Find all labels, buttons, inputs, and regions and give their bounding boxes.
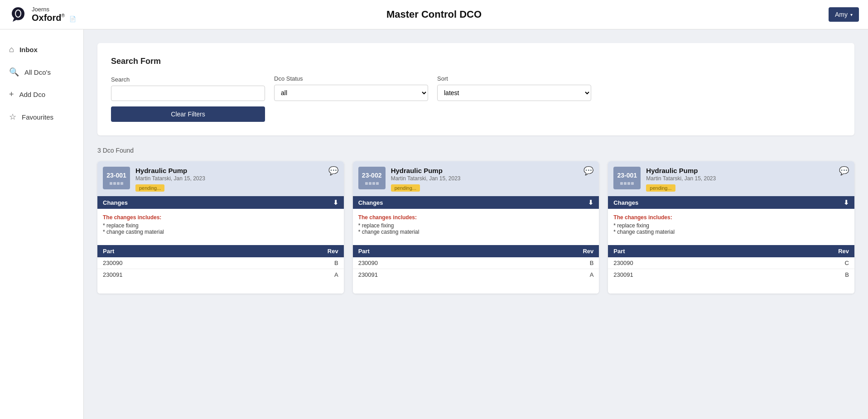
card-2-parts-header: Part Rev xyxy=(353,245,599,257)
main-content: Search Form Search Dco Status all pendin… xyxy=(84,29,868,419)
sidebar-label-all-dcos: All Dco's xyxy=(24,68,51,76)
card-1-changes-body: The changes includes: * replace fixing *… xyxy=(97,209,344,245)
card-2-change-2: * change casting material xyxy=(358,229,594,235)
sidebar-label-favourites: Favourites xyxy=(22,113,53,121)
card-2-author: Martin Tatarski, Jan 15, 2023 xyxy=(391,175,594,182)
sidebar-item-all-dcos[interactable]: 🔍 All Dco's xyxy=(0,61,83,83)
dco-card-2: 23-002 Hydraulic Pump Martin Tatarski, J… xyxy=(353,161,599,294)
star-icon: ☆ xyxy=(9,112,16,122)
card-2-change-1: * replace fixing xyxy=(358,222,594,229)
sidebar-label-add-dco: Add Dco xyxy=(19,91,46,98)
sidebar-item-inbox[interactable]: ⌂ Inbox xyxy=(0,39,83,61)
dco-number-box-1: 23-001 xyxy=(103,167,130,189)
card-2-changes-body: The changes includes: * replace fixing *… xyxy=(353,209,599,245)
table-row: 230091 A xyxy=(353,269,599,280)
user-menu-button[interactable]: Amy ▾ xyxy=(829,7,859,22)
card-3-header: 23-001 Hydraulic Pump Martin Tatarski, J… xyxy=(608,161,854,196)
user-name: Amy xyxy=(835,11,848,18)
sort-group: Sort latest oldest alphabetical xyxy=(437,75,591,101)
card-3-change-1: * replace fixing xyxy=(613,222,849,229)
card-1-parts-header: Part Rev xyxy=(97,245,344,257)
card-3-author: Martin Tatarski, Jan 15, 2023 xyxy=(646,175,849,182)
search-label: Search xyxy=(111,76,265,83)
logo: Joerns Oxford® 📄 xyxy=(9,5,76,24)
card-3-parts-body: 230090 C 230091 B xyxy=(608,257,854,294)
home-icon: ⌂ xyxy=(9,45,14,54)
card-2-changes-intro: The changes includes: xyxy=(358,214,594,221)
card-2-title: Hydraulic Pump xyxy=(391,167,594,174)
card-3-status: pending... xyxy=(646,184,675,192)
dco-status-group: Dco Status all pending approved rejected xyxy=(274,75,428,101)
dco-status-label: Dco Status xyxy=(274,75,428,82)
search-field-group: Search xyxy=(111,76,265,101)
card-2-header: 23-002 Hydraulic Pump Martin Tatarski, J… xyxy=(353,161,599,196)
search-form-title: Search Form xyxy=(111,57,841,66)
card-3-parts-header: Part Rev xyxy=(608,245,854,257)
download-icon-3[interactable]: ⬇ xyxy=(844,199,849,206)
logo-text: Joerns Oxford® 📄 xyxy=(32,6,76,23)
table-row: 230090 C xyxy=(608,257,854,269)
sidebar-item-favourites[interactable]: ☆ Favourites xyxy=(0,106,83,128)
card-1-changes-header: Changes ⬇ xyxy=(97,196,344,209)
app-header: Joerns Oxford® 📄 Master Control DCO Amy … xyxy=(0,0,868,29)
page-title: Master Control DCO xyxy=(386,9,482,20)
comment-icon-2[interactable]: 💬 xyxy=(583,166,593,176)
card-1-status: pending... xyxy=(135,184,164,192)
search-icon: 🔍 xyxy=(9,67,19,77)
search-form-card: Search Form Search Dco Status all pendin… xyxy=(97,43,854,135)
dco-cards-grid: 23-001 Hydraulic Pump Martin Tatarski, J… xyxy=(97,161,854,294)
card-3-title: Hydraulic Pump xyxy=(646,167,849,174)
card-1-parts-body: 230090 B 230091 A xyxy=(97,257,344,294)
dco-number-box-3: 23-001 xyxy=(613,167,641,189)
card-2-status: pending... xyxy=(391,184,420,192)
plus-icon: + xyxy=(9,90,14,99)
card-3-changes-header: Changes ⬇ xyxy=(608,196,854,209)
table-row: 230090 B xyxy=(97,257,344,269)
card-1-change-1: * replace fixing xyxy=(103,222,338,229)
card-2-parts-body: 230090 B 230091 A xyxy=(353,257,599,294)
clear-filters-button[interactable]: Clear Filters xyxy=(111,106,265,122)
card-1-changes-intro: The changes includes: xyxy=(103,214,338,221)
dco-number-box-2: 23-002 xyxy=(358,167,386,189)
download-icon-2[interactable]: ⬇ xyxy=(588,199,593,206)
card-1-header: 23-001 Hydraulic Pump Martin Tatarski, J… xyxy=(97,161,344,196)
card-3-changes-intro: The changes includes: xyxy=(613,214,849,221)
chevron-down-icon: ▾ xyxy=(850,12,853,17)
sidebar-label-inbox: Inbox xyxy=(19,46,38,53)
table-row: 230090 B xyxy=(353,257,599,269)
sort-select[interactable]: latest oldest alphabetical xyxy=(437,85,591,101)
card-1-info: Hydraulic Pump Martin Tatarski, Jan 15, … xyxy=(135,167,338,192)
card-2-changes-header: Changes ⬇ xyxy=(353,196,599,209)
card-1-author: Martin Tatarski, Jan 15, 2023 xyxy=(135,175,338,182)
card-3-changes-body: The changes includes: * replace fixing *… xyxy=(608,209,854,245)
brand-top: Joerns xyxy=(32,6,76,13)
comment-icon-3[interactable]: 💬 xyxy=(839,166,849,176)
form-row: Search Dco Status all pending approved r… xyxy=(111,75,841,101)
results-count: 3 Dco Found xyxy=(97,147,854,154)
sort-label: Sort xyxy=(437,75,591,82)
brand-bottom: Oxford® 📄 xyxy=(32,13,76,23)
card-2-info: Hydraulic Pump Martin Tatarski, Jan 15, … xyxy=(391,167,594,192)
dco-card-1: 23-001 Hydraulic Pump Martin Tatarski, J… xyxy=(97,161,344,294)
table-row: 230091 B xyxy=(608,269,854,280)
table-row: 230091 A xyxy=(97,269,344,280)
card-3-info: Hydraulic Pump Martin Tatarski, Jan 15, … xyxy=(646,167,849,192)
card-1-title: Hydraulic Pump xyxy=(135,167,338,174)
sidebar-item-add-dco[interactable]: + Add Dco xyxy=(0,83,83,106)
sidebar: ⌂ Inbox 🔍 All Dco's + Add Dco ☆ Favourit… xyxy=(0,29,84,419)
dco-status-select[interactable]: all pending approved rejected xyxy=(274,85,428,101)
dco-card-3: 23-001 Hydraulic Pump Martin Tatarski, J… xyxy=(608,161,854,294)
card-3-change-2: * change casting material xyxy=(613,229,849,235)
card-1-change-2: * change casting material xyxy=(103,229,338,235)
download-icon-1[interactable]: ⬇ xyxy=(333,199,338,206)
search-input[interactable] xyxy=(111,86,265,101)
logo-icon xyxy=(9,5,27,24)
comment-icon-1[interactable]: 💬 xyxy=(328,166,338,176)
